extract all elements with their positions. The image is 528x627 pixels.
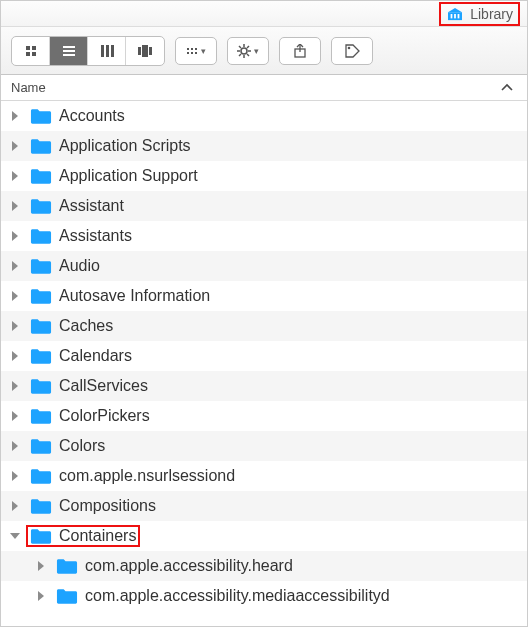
folder-icon	[30, 227, 52, 245]
item-label: Compositions	[59, 497, 156, 515]
item-label-wrap: Assistants	[28, 227, 134, 245]
list-item[interactable]: Application Scripts	[1, 131, 527, 161]
item-label-wrap: Assistant	[28, 197, 126, 215]
item-label-wrap: Accounts	[28, 107, 127, 125]
list-item[interactable]: Containers	[1, 521, 527, 551]
item-label: com.apple.accessibility.heard	[85, 557, 293, 575]
folder-icon	[30, 137, 52, 155]
disclosure-right-icon[interactable]	[9, 470, 21, 482]
toolbar: ▾ ▾	[1, 27, 527, 75]
disclosure-right-icon[interactable]	[9, 170, 21, 182]
view-list-button[interactable]	[50, 37, 88, 65]
share-icon	[293, 44, 307, 58]
folder-icon	[56, 587, 78, 605]
disclosure-right-icon[interactable]	[9, 500, 21, 512]
disclosure-right-icon[interactable]	[35, 590, 47, 602]
columns-icon	[100, 44, 114, 58]
item-label-wrap: com.apple.accessibility.mediaaccessibili…	[54, 587, 392, 605]
disclosure-right-icon[interactable]	[9, 350, 21, 362]
disclosure-right-icon[interactable]	[9, 290, 21, 302]
sort-caret-up-icon	[501, 83, 513, 92]
folder-icon	[30, 467, 52, 485]
folder-icon	[30, 197, 52, 215]
disclosure-right-icon[interactable]	[9, 320, 21, 332]
item-label-wrap: Calendars	[28, 347, 134, 365]
item-label: Application Support	[59, 167, 198, 185]
disclosure-right-icon[interactable]	[9, 200, 21, 212]
folder-icon	[30, 437, 52, 455]
titlebar: Library	[1, 1, 527, 27]
list-item[interactable]: Colors	[1, 431, 527, 461]
gear-icon	[237, 44, 251, 58]
view-switcher	[11, 36, 165, 66]
library-folder-icon	[446, 7, 464, 21]
folder-icon	[30, 167, 52, 185]
item-label: CallServices	[59, 377, 148, 395]
item-label: Accounts	[59, 107, 125, 125]
chevron-down-icon: ▾	[201, 46, 206, 56]
view-icon-button[interactable]	[12, 37, 50, 65]
folder-icon	[30, 257, 52, 275]
item-label: Audio	[59, 257, 100, 275]
disclosure-right-icon[interactable]	[9, 260, 21, 272]
disclosure-right-icon[interactable]	[9, 110, 21, 122]
item-label-wrap: CallServices	[28, 377, 150, 395]
disclosure-right-icon[interactable]	[9, 410, 21, 422]
list-item[interactable]: CallServices	[1, 371, 527, 401]
list-item[interactable]: com.apple.accessibility.mediaaccessibili…	[1, 581, 527, 611]
list-item[interactable]: Assistant	[1, 191, 527, 221]
list-icon	[62, 44, 76, 58]
item-label: Calendars	[59, 347, 132, 365]
path-folder-label: Library	[470, 6, 513, 22]
disclosure-right-icon[interactable]	[9, 440, 21, 452]
item-label-wrap: Audio	[28, 257, 102, 275]
item-label: Autosave Information	[59, 287, 210, 305]
action-button[interactable]: ▾	[227, 37, 269, 65]
item-label-wrap: Compositions	[28, 497, 158, 515]
path-folder-library[interactable]: Library	[442, 5, 517, 23]
disclosure-right-icon[interactable]	[9, 230, 21, 242]
chevron-down-icon: ▾	[254, 46, 259, 56]
list-item[interactable]: Application Support	[1, 161, 527, 191]
view-column-button[interactable]	[88, 37, 126, 65]
item-label-wrap: com.apple.accessibility.heard	[54, 557, 295, 575]
list-item[interactable]: Audio	[1, 251, 527, 281]
arrange-button[interactable]: ▾	[175, 37, 217, 65]
folder-icon	[30, 317, 52, 335]
list-item[interactable]: Accounts	[1, 101, 527, 131]
item-label-wrap: ColorPickers	[28, 407, 152, 425]
list-item[interactable]: Compositions	[1, 491, 527, 521]
disclosure-right-icon[interactable]	[35, 560, 47, 572]
folder-icon	[30, 377, 52, 395]
item-label: Caches	[59, 317, 113, 335]
item-label: com.apple.nsurlsessiond	[59, 467, 235, 485]
list-item[interactable]: com.apple.nsurlsessiond	[1, 461, 527, 491]
item-label-wrap: Application Scripts	[28, 137, 193, 155]
share-button[interactable]	[279, 37, 321, 65]
list-item[interactable]: ColorPickers	[1, 401, 527, 431]
view-coverflow-button[interactable]	[126, 37, 164, 65]
grid-icon	[25, 45, 37, 57]
list-item[interactable]: com.apple.accessibility.heard	[1, 551, 527, 581]
item-label: com.apple.accessibility.mediaaccessibili…	[85, 587, 390, 605]
disclosure-right-icon[interactable]	[9, 380, 21, 392]
disclosure-right-icon[interactable]	[9, 140, 21, 152]
arrange-icon	[186, 47, 198, 55]
item-label-wrap: com.apple.nsurlsessiond	[28, 467, 237, 485]
column-name-label: Name	[11, 80, 46, 95]
item-label: Colors	[59, 437, 105, 455]
tags-button[interactable]	[331, 37, 373, 65]
tag-icon	[345, 44, 360, 58]
list-item[interactable]: Assistants	[1, 221, 527, 251]
item-label-wrap: Caches	[28, 317, 115, 335]
list-item[interactable]: Calendars	[1, 341, 527, 371]
list-item[interactable]: Caches	[1, 311, 527, 341]
column-header[interactable]: Name	[1, 75, 527, 101]
folder-icon	[30, 527, 52, 545]
file-list: AccountsApplication ScriptsApplication S…	[1, 101, 527, 611]
disclosure-down-icon[interactable]	[9, 530, 21, 542]
folder-icon	[30, 107, 52, 125]
item-label: Assistants	[59, 227, 132, 245]
item-label-wrap: Colors	[28, 437, 107, 455]
list-item[interactable]: Autosave Information	[1, 281, 527, 311]
